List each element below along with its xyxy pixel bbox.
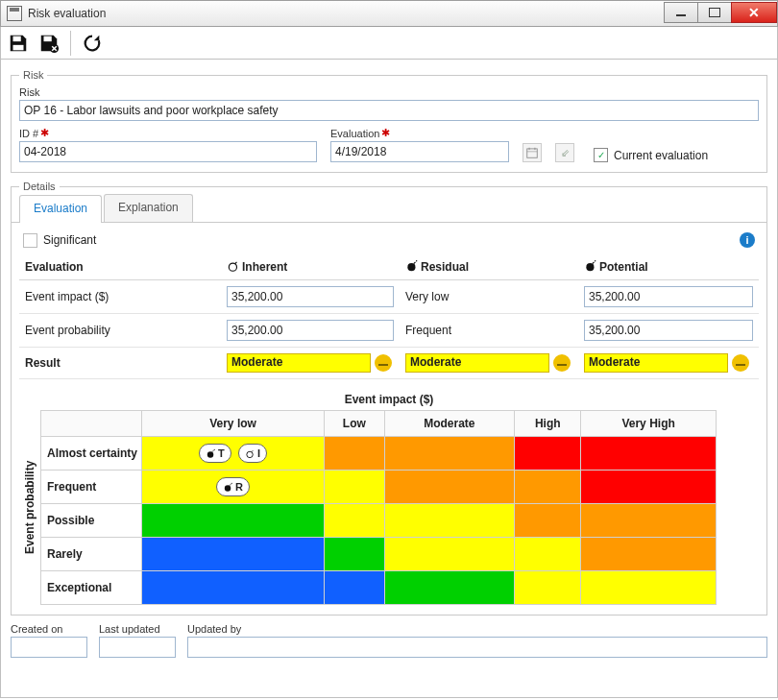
risk-group-legend: Risk xyxy=(19,69,47,81)
matrix-row-3: Rarely xyxy=(41,538,142,571)
matrix-cell xyxy=(581,571,717,605)
details-group: Details Evaluation Explanation ✓ Signifi… xyxy=(11,181,767,616)
matrix-cell xyxy=(325,437,384,471)
matrix-cell xyxy=(325,571,384,605)
matrix-y-title: Event probability xyxy=(19,410,40,605)
matrix-cell xyxy=(325,538,384,571)
risk-group: Risk Risk ID #✱ Evaluation✱ ⇙ ✓ Current … xyxy=(11,69,767,173)
matrix-cell xyxy=(142,504,325,538)
updated-by-label: Updated by xyxy=(187,623,767,635)
matrix-cell: R xyxy=(142,471,325,504)
matrix-col-2: Moderate xyxy=(384,411,515,437)
save-close-button[interactable] xyxy=(37,32,61,55)
link-icon[interactable]: ⇙ xyxy=(555,143,574,162)
eval-date-label: Evaluation✱ xyxy=(330,127,509,139)
matrix-cell xyxy=(581,471,717,504)
matrix-cell xyxy=(515,571,581,605)
face-icon xyxy=(375,354,392,372)
evaluation-table: Evaluation Inherent Residual Potential E… xyxy=(19,253,759,379)
matrix-cell: T I xyxy=(142,437,325,471)
row-prob-label: Event probability xyxy=(19,314,221,348)
matrix-cell xyxy=(142,571,325,605)
window-titlebar: Risk evaluation ✕ xyxy=(0,0,778,27)
toolbar-separator xyxy=(70,31,71,56)
marker-potential: T xyxy=(199,444,231,463)
matrix-cell xyxy=(515,471,581,504)
col-evaluation: Evaluation xyxy=(19,253,221,280)
save-button[interactable] xyxy=(7,32,30,55)
calendar-icon[interactable] xyxy=(523,143,542,162)
matrix-cell xyxy=(581,538,717,571)
significant-checkbox[interactable]: ✓ xyxy=(23,233,37,248)
matrix-col-1: Low xyxy=(325,411,384,437)
matrix-cell xyxy=(515,538,581,571)
impact-inherent-field[interactable] xyxy=(227,286,394,307)
matrix-cell xyxy=(142,538,325,571)
matrix-cell xyxy=(384,571,515,605)
marker-residual: R xyxy=(216,477,250,496)
result-residual: Moderate xyxy=(405,353,549,373)
marker-inherent: I xyxy=(238,444,267,463)
matrix-x-title: Event impact ($) xyxy=(19,393,759,406)
matrix-cell xyxy=(581,437,717,471)
tab-explanation[interactable]: Explanation xyxy=(104,194,193,222)
toolbar xyxy=(0,27,778,60)
window-maximize-button[interactable] xyxy=(697,2,732,23)
matrix-cell xyxy=(384,504,515,538)
info-icon[interactable]: i xyxy=(740,232,755,248)
risk-label: Risk xyxy=(19,86,759,98)
significant-label: Significant xyxy=(43,233,96,247)
col-inherent: Inherent xyxy=(221,253,400,280)
prob-residual-text: Frequent xyxy=(400,314,578,348)
window-close-button[interactable]: ✕ xyxy=(731,2,777,23)
risk-field[interactable] xyxy=(19,100,759,121)
matrix-row-2: Possible xyxy=(41,504,142,538)
matrix-cell xyxy=(325,471,384,504)
row-result-label: Result xyxy=(19,348,221,379)
col-potential: Potential xyxy=(578,253,759,280)
matrix-col-3: High xyxy=(515,411,581,437)
result-inherent: Moderate xyxy=(227,353,371,373)
details-tabs: Evaluation Explanation xyxy=(12,186,766,223)
app-icon xyxy=(7,6,22,21)
face-icon xyxy=(732,354,749,372)
risk-matrix: Very low Low Moderate High Very High Alm… xyxy=(40,410,717,605)
footer: Created on Last updated Updated by xyxy=(11,623,767,658)
refresh-button[interactable] xyxy=(81,32,104,55)
matrix-cell xyxy=(515,437,581,471)
last-updated-label: Last updated xyxy=(99,623,176,635)
matrix-cell xyxy=(384,471,515,504)
current-eval-label: Current evaluation xyxy=(614,149,708,162)
matrix-row-1: Frequent xyxy=(41,471,142,504)
id-label: ID #✱ xyxy=(19,127,317,139)
impact-residual-text: Very low xyxy=(400,280,578,314)
col-residual: Residual xyxy=(400,253,578,280)
updated-by-field[interactable] xyxy=(187,637,767,658)
eval-date-field[interactable] xyxy=(330,141,509,162)
matrix-cell xyxy=(581,504,717,538)
matrix-cell xyxy=(384,437,515,471)
id-field[interactable] xyxy=(19,141,317,162)
last-updated-field[interactable] xyxy=(99,637,176,658)
matrix-row-4: Exceptional xyxy=(41,571,142,605)
matrix-col-4: Very High xyxy=(581,411,717,437)
details-legend: Details xyxy=(19,181,60,192)
created-on-field[interactable] xyxy=(11,637,87,658)
impact-potential-field[interactable] xyxy=(584,286,753,307)
prob-potential-field[interactable] xyxy=(584,320,753,341)
matrix-row-0: Almost certainty xyxy=(41,437,142,471)
result-potential: Moderate xyxy=(584,353,728,373)
matrix-cell xyxy=(325,504,384,538)
current-eval-checkbox[interactable]: ✓ xyxy=(594,148,608,162)
window-minimize-button[interactable] xyxy=(664,2,698,23)
row-impact-label: Event impact ($) xyxy=(19,280,221,314)
matrix-cell xyxy=(515,504,581,538)
tab-evaluation[interactable]: Evaluation xyxy=(19,195,102,223)
window-title: Risk evaluation xyxy=(28,7,665,20)
matrix-col-0: Very low xyxy=(142,411,325,437)
matrix-cell xyxy=(384,538,515,571)
prob-inherent-field[interactable] xyxy=(227,320,394,341)
face-icon xyxy=(553,354,571,372)
created-on-label: Created on xyxy=(11,623,87,635)
